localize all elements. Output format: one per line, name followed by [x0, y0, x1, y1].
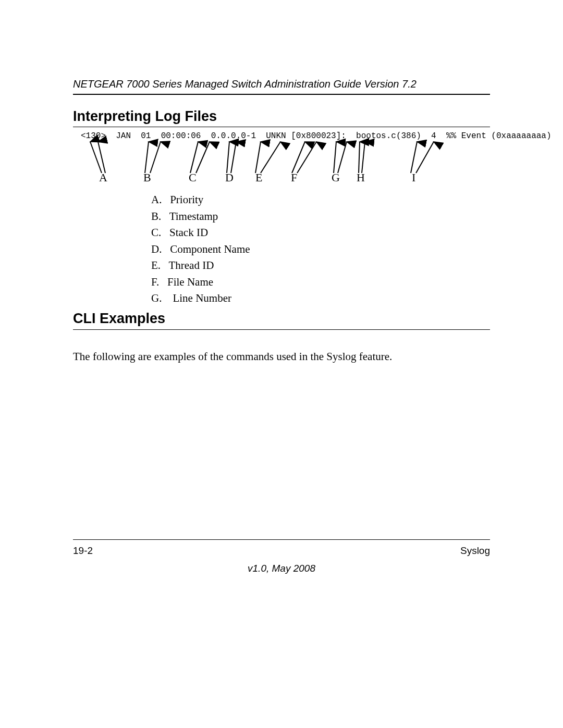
label-E: E: [255, 171, 262, 184]
callout-labels-row: A B C D E F G H I: [0, 171, 563, 187]
legend-item-C: C. Stack ID: [151, 225, 250, 241]
legend-item-B: B. Timestamp: [151, 208, 250, 225]
footer-rule: [73, 539, 490, 540]
footer-chapter: Syslog: [460, 545, 490, 557]
running-header: NETGEAR 7000 Series Managed Switch Admin…: [73, 78, 490, 90]
svg-line-15: [362, 142, 365, 173]
label-H: H: [357, 171, 365, 184]
footer-version: v1.0, May 2008: [0, 563, 563, 574]
intro-paragraph: The following are examples of the comman…: [73, 350, 490, 363]
page: NETGEAR 7000 Series Managed Switch Admin…: [0, 0, 563, 728]
svg-line-0: [90, 142, 102, 173]
footer-page-number: 19-2: [73, 545, 93, 557]
legend-item-A: A. Priority: [151, 192, 250, 208]
section-rule-2: [73, 329, 490, 330]
svg-line-17: [416, 142, 434, 173]
label-D: D: [225, 171, 234, 184]
svg-line-16: [411, 142, 417, 173]
svg-line-11: [297, 142, 316, 173]
section-heading-interpreting: Interpreting Log Files: [73, 108, 217, 125]
svg-line-8: [255, 142, 261, 173]
svg-line-9: [261, 142, 280, 173]
legend-item-E: E. Thread ID: [151, 257, 250, 274]
svg-line-13: [338, 142, 347, 173]
svg-line-10: [292, 142, 305, 173]
svg-line-2: [145, 142, 149, 173]
svg-line-12: [334, 142, 336, 173]
legend-item-F: F. File Name: [151, 274, 250, 291]
label-I: I: [412, 171, 415, 184]
label-C: C: [189, 171, 197, 184]
svg-line-5: [196, 142, 210, 173]
label-G: G: [332, 171, 340, 184]
header-rule: [73, 94, 490, 95]
section-heading-cli: CLI Examples: [73, 311, 165, 327]
svg-line-6: [227, 142, 229, 173]
label-F: F: [291, 171, 297, 184]
svg-line-7: [231, 142, 236, 173]
legend-list: A. Priority B. Timestamp C. Stack ID D. …: [151, 192, 250, 307]
svg-line-3: [150, 142, 161, 173]
section-rule-1: [73, 127, 490, 127]
legend-item-D: D. Component Name: [151, 241, 250, 258]
svg-line-4: [190, 142, 198, 173]
label-B: B: [143, 171, 151, 184]
svg-line-1: [98, 142, 105, 173]
label-A: A: [99, 171, 107, 184]
legend-item-G: G. Line Number: [151, 290, 250, 307]
svg-line-14: [359, 142, 360, 173]
